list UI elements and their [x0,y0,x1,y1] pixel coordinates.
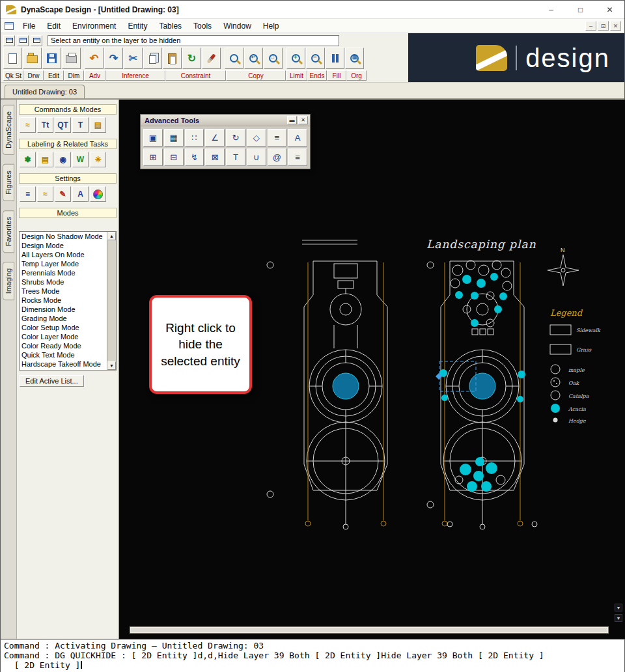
color-wheel-button[interactable] [90,186,106,202]
mode-item[interactable]: Design No Shadow Mode [20,232,106,241]
modes-scrollbar[interactable]: ▲ ▼ [107,232,116,370]
scroll-down-icon[interactable]: ▼ [615,614,622,622]
plant-label-button[interactable]: ✽ [20,152,36,167]
redo-button[interactable]: ↷ [104,48,123,69]
quick-text-tool-button[interactable]: QT [55,117,71,133]
zoom-origin-button[interactable]: ▥ [345,48,364,69]
command-console[interactable]: Command : Activating Drawing – Untitled … [1,639,624,672]
mdi-minimize-button[interactable]: – [585,21,596,31]
menu-tools[interactable]: Tools [188,20,217,32]
adv-tool-array-button[interactable]: ∷ [185,129,204,147]
mode-item[interactable]: Hardscape Takeoff Mode [20,359,106,369]
undo-button[interactable]: ↶ [85,48,104,69]
spline-tool-button[interactable]: ≈ [20,117,36,133]
font-settings-button[interactable]: A [72,186,89,202]
adv-tool-window-button[interactable]: ▦ [164,129,184,147]
adv-tool-text-button[interactable]: T [226,148,245,166]
cut-button[interactable]: ✂ [124,48,143,69]
color-page-tool-button[interactable]: ▤ [90,117,106,133]
close-button[interactable]: ✕ [595,1,624,18]
refresh-button[interactable]: ↻ [182,48,201,69]
mode-item[interactable]: Perennials Mode [20,268,106,277]
zoom-previous-button[interactable]: ↩ [244,48,263,69]
word-export-button[interactable]: W [72,152,89,167]
minimize-button[interactable]: – [536,1,566,18]
scroll-down-icon[interactable]: ▼ [615,604,622,611]
layout-button-1[interactable] [3,35,15,46]
print-button[interactable] [62,48,81,69]
maximize-button[interactable]: □ [566,1,595,18]
adv-tool-split-button[interactable]: ⊟ [164,148,184,166]
fill-button[interactable] [326,48,344,69]
material-label-button[interactable]: ▤ [37,152,53,167]
menu-window[interactable]: Window [217,20,257,32]
menu-help[interactable]: Help [257,20,285,32]
tab-untitled-drawing[interactable]: Untitled Drawing: 03 [5,85,85,98]
text-rotate-tool-button[interactable]: T [72,117,89,133]
layout-button-2[interactable] [17,35,29,46]
adv-tool-hatch-button[interactable]: ⊠ [205,148,225,166]
adv-tool-diamond-button[interactable]: ◇ [247,129,266,147]
adv-tool-rotate-button[interactable]: ↻ [226,129,245,147]
adv-tool-lines-button[interactable]: ≡ [288,148,307,166]
text-tool-button[interactable]: Tt [37,117,53,133]
mode-item[interactable]: Dimension Mode [20,305,106,314]
mode-item[interactable]: Design Mode [20,241,106,250]
new-drawing-button[interactable] [3,48,22,69]
boundary-settings-button[interactable]: ≈ [37,186,53,202]
zoom-in-button[interactable]: + [286,48,305,69]
mode-item[interactable]: Trees Mode [20,287,106,296]
menu-edit[interactable]: Edit [41,20,66,32]
layers-settings-button[interactable]: ≡ [20,186,36,202]
brush-button[interactable] [202,48,221,69]
mdi-restore-button[interactable]: ⊡ [598,21,609,31]
mode-item[interactable]: Rocks Mode [20,296,106,305]
scroll-down-icon[interactable]: ▼ [107,361,116,370]
adv-tool-font-button[interactable]: A [288,129,307,147]
command-prompt-field[interactable] [48,35,339,46]
flower-tool-button[interactable]: ✳ [90,152,106,167]
adv-tool-union-button[interactable]: ∪ [247,148,266,166]
mode-item[interactable]: Color Layer Mode [20,332,106,341]
web-tool-button[interactable]: ◉ [55,152,71,167]
paste-button[interactable] [163,48,182,69]
mode-item[interactable]: Temp Layer Mode [20,259,106,268]
modes-listbox[interactable]: Design No Shadow Mode Design Mode All La… [19,231,117,371]
menu-environment[interactable]: Environment [66,20,122,32]
copy-button[interactable] [143,48,162,69]
adv-tool-measure-button[interactable]: ↯ [185,148,204,166]
menu-entity[interactable]: Entity [122,20,153,32]
sidebar-tab-figures[interactable]: Figures [3,164,14,201]
scrollbar-thumb[interactable] [131,628,607,632]
save-button[interactable] [42,48,61,69]
zoom-button[interactable] [225,48,243,69]
palette-minimize-button[interactable]: ▬ [287,116,297,124]
mode-item[interactable]: Quick Text Mode [20,350,106,359]
sidebar-tab-imaging[interactable]: Imaging [3,262,14,300]
sidebar-tab-dynascape[interactable]: DynaScape [3,105,14,155]
palette-close-button[interactable]: ✕ [298,116,308,124]
menu-tables[interactable]: Tables [153,20,188,32]
zoom-out-button[interactable]: − [306,48,325,69]
mode-item[interactable]: Shrubs Mode [20,277,106,287]
mode-item[interactable]: Color Setup Mode [20,323,106,332]
mode-item[interactable]: Color Ready Mode [20,341,106,350]
open-button[interactable] [23,48,42,69]
edit-active-list-button[interactable]: Edit Active List... [20,375,84,387]
pencil-settings-button[interactable]: ✎ [55,186,71,202]
adv-tool-at-button[interactable]: @ [268,148,287,166]
mdi-close-button[interactable]: ✕ [610,21,621,31]
adv-tool-copy-button[interactable]: ▣ [143,129,163,147]
scroll-up-icon[interactable]: ▲ [107,232,116,240]
command-input-line[interactable]: [ 2D Entity ] [4,660,621,670]
adv-tool-list-button[interactable]: ≡ [268,129,287,147]
adv-tool-grid-button[interactable]: ⊞ [143,148,163,166]
layout-button-3[interactable] [31,35,42,46]
zoom-window-button[interactable]: □ [264,48,283,69]
drawing-canvas[interactable]: Landscaping plan N Legend Sidewalk Grass… [119,100,625,639]
mode-item[interactable]: All Layers On Mode [20,250,106,259]
advanced-tools-palette[interactable]: Advanced Tools ▬ ✕ ▣ ▦ ∷ ∠ ↻ ◇ ≡ A [140,114,311,169]
adv-tool-angle-button[interactable]: ∠ [205,129,225,147]
sidebar-tab-favorites[interactable]: Favorites [3,210,14,253]
mode-item[interactable]: Grading Mode [20,314,106,323]
